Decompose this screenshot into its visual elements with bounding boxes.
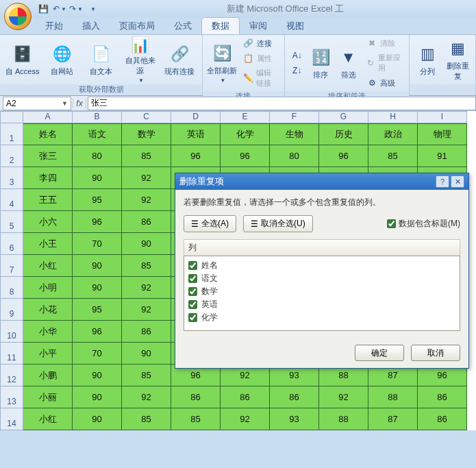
cell[interactable]: 90 (122, 343, 171, 365)
cell[interactable]: 88 (319, 408, 368, 430)
cell[interactable]: 小鹏 (23, 365, 73, 386)
cell[interactable]: 小红 (23, 408, 73, 430)
row-header[interactable]: 7 (0, 255, 23, 277)
tab-3[interactable]: 公式 (164, 18, 201, 34)
cell[interactable]: 90 (73, 167, 122, 189)
connections-button[interactable]: 🔗连接 (240, 36, 280, 50)
qat-redo[interactable]: ↷▼ (68, 2, 84, 16)
cell[interactable]: 小华 (23, 321, 73, 343)
cell[interactable]: 92 (319, 386, 368, 408)
sort-asc-button[interactable]: A↓ (289, 49, 305, 62)
cell[interactable]: 96 (73, 211, 122, 233)
cell[interactable]: 85 (122, 255, 171, 277)
help-button[interactable]: ? (436, 175, 449, 188)
cell[interactable]: 小丽 (23, 386, 73, 408)
row-header[interactable]: 10 (0, 321, 23, 343)
fx-button[interactable]: fx (73, 99, 86, 108)
cell[interactable]: 92 (122, 386, 171, 408)
existing-conn-button[interactable]: 🔗现有连接 (162, 36, 198, 83)
cell[interactable]: 87 (368, 408, 418, 430)
tab-6[interactable]: 视图 (277, 18, 314, 34)
cell[interactable]: 90 (73, 365, 122, 386)
tab-5[interactable]: 审阅 (240, 18, 277, 34)
from-access-button[interactable]: 🗄️自 Access (4, 36, 40, 83)
cell[interactable]: 85 (171, 408, 221, 430)
cell[interactable]: 80 (270, 145, 319, 167)
checkbox[interactable] (188, 274, 197, 283)
column-checkbox-item[interactable]: 英语 (188, 298, 455, 311)
col-header[interactable]: E (221, 111, 270, 123)
cell[interactable]: 物理 (418, 123, 467, 145)
deselect-all-button[interactable]: ☰取消全选(U) (243, 215, 313, 232)
cell[interactable]: 小花 (23, 299, 73, 321)
cell[interactable]: 80 (73, 145, 122, 167)
cell[interactable]: 86 (122, 211, 171, 233)
column-checkbox-item[interactable]: 化学 (188, 311, 455, 324)
cell[interactable]: 90 (73, 255, 122, 277)
checkbox[interactable] (188, 261, 197, 270)
cell[interactable]: 小王 (23, 233, 73, 255)
cell[interactable]: 86 (221, 386, 270, 408)
tab-1[interactable]: 插入 (73, 18, 110, 34)
row-header[interactable]: 2 (0, 145, 23, 167)
col-header[interactable]: I (418, 111, 467, 123)
cell[interactable]: 90 (73, 386, 122, 408)
cell[interactable]: 92 (122, 299, 171, 321)
row-header[interactable]: 14 (0, 408, 23, 430)
from-other-button[interactable]: 📊自其他来源▼ (122, 36, 158, 83)
cell[interactable]: 政治 (368, 123, 418, 145)
row-header[interactable]: 1 (0, 123, 23, 145)
refresh-all-button[interactable]: 🔄全部刷新▼ (207, 40, 238, 86)
cell[interactable]: 王五 (23, 189, 73, 211)
remove-duplicates-button[interactable]: ▦删除重复 (444, 36, 471, 83)
cell[interactable]: 姓名 (23, 123, 73, 145)
select-all-button[interactable]: ☰全选(A) (184, 215, 236, 232)
cell[interactable]: 96 (221, 145, 270, 167)
row-header[interactable]: 3 (0, 167, 23, 189)
cell[interactable]: 李四 (23, 167, 73, 189)
cell[interactable]: 90 (73, 277, 122, 299)
cell[interactable]: 70 (73, 343, 122, 365)
name-box[interactable]: A2▼ (3, 97, 71, 110)
cell[interactable]: 历史 (319, 123, 368, 145)
sort-desc-button[interactable]: Z↓ (289, 64, 305, 77)
formula-bar[interactable]: 张三 (88, 97, 476, 110)
row-header[interactable]: 6 (0, 233, 23, 255)
qat-customize[interactable]: ▼ (85, 2, 100, 16)
cell[interactable]: 86 (418, 386, 467, 408)
checkbox[interactable] (188, 287, 197, 296)
cancel-button[interactable]: 取消 (411, 345, 460, 361)
tab-2[interactable]: 页面布局 (110, 18, 164, 34)
cell[interactable]: 语文 (73, 123, 122, 145)
cell[interactable]: 90 (73, 408, 122, 430)
cell[interactable]: 85 (122, 365, 171, 386)
cell[interactable]: 85 (368, 145, 418, 167)
text-to-columns-button[interactable]: ▥分列 (414, 36, 441, 83)
cell[interactable]: 92 (122, 277, 171, 299)
filter-button[interactable]: ▼筛选 (336, 40, 361, 86)
row-header[interactable]: 8 (0, 277, 23, 299)
cell[interactable]: 90 (122, 233, 171, 255)
tab-0[interactable]: 开始 (36, 18, 73, 34)
cell[interactable]: 85 (122, 145, 171, 167)
cell[interactable]: 85 (122, 408, 171, 430)
row-header[interactable]: 9 (0, 299, 23, 321)
cell[interactable]: 化学 (221, 123, 270, 145)
cell[interactable]: 88 (368, 386, 418, 408)
cell[interactable]: 93 (270, 408, 319, 430)
cell[interactable]: 70 (73, 233, 122, 255)
cell[interactable]: 86 (171, 386, 221, 408)
close-button[interactable]: ✕ (451, 175, 464, 188)
column-list[interactable]: 姓名语文数学英语化学 (184, 256, 460, 331)
col-header[interactable]: C (122, 111, 171, 123)
col-header[interactable]: A (23, 111, 73, 123)
ok-button[interactable]: 确定 (355, 345, 404, 361)
row-header[interactable]: 13 (0, 386, 23, 408)
cell[interactable]: 小平 (23, 343, 73, 365)
checkbox[interactable] (188, 300, 197, 309)
tab-4[interactable]: 数据 (201, 17, 240, 34)
cell[interactable]: 小红 (23, 255, 73, 277)
office-button[interactable] (4, 3, 32, 30)
qat-save[interactable]: 💾 (36, 2, 51, 16)
from-web-button[interactable]: 🌐自网站 (43, 36, 79, 83)
